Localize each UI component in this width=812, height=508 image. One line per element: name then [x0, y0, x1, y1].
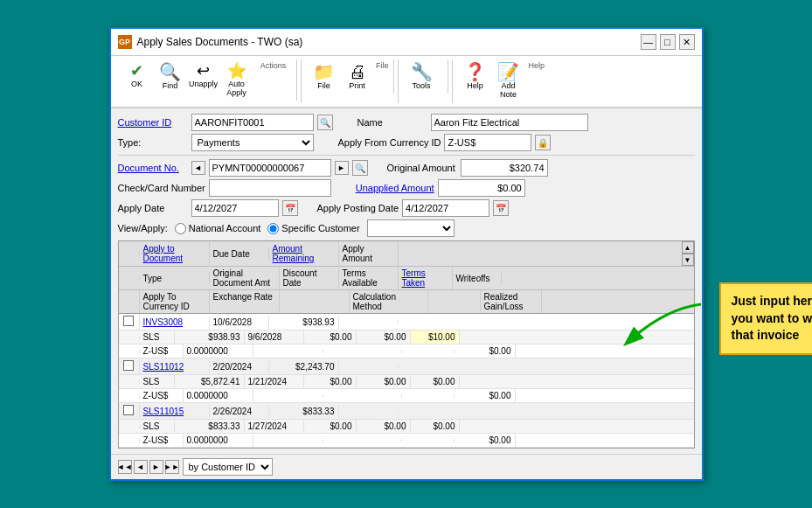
grid-cell-terms-avail-3: $0.00 [304, 420, 357, 433]
ok-button[interactable]: ✔ OK [121, 59, 153, 92]
grid-header2-terms-taken[interactable]: Terms Taken [399, 267, 453, 289]
apply-posting-date-input[interactable] [402, 199, 489, 217]
tools-button[interactable]: 🔧 Tools [406, 59, 437, 94]
apply-date-label: Apply Date [118, 203, 188, 213]
check-card-row: Check/Card Number Unapplied Amount [118, 179, 695, 197]
grid-cell-apply-amount-3[interactable] [339, 409, 399, 413]
grid-cell-apply-doc-1[interactable]: INVS3008 [140, 316, 210, 329]
apply-from-currency-input[interactable] [444, 134, 531, 151]
add-note-button[interactable]: 📝 AddNote [493, 59, 524, 102]
nav-first-button[interactable]: ◄◄ [118, 460, 132, 474]
grid-cell-check-1[interactable] [119, 314, 140, 330]
grid-cell-realized-1: $0.00 [455, 344, 516, 358]
apply-date-input[interactable] [191, 199, 279, 217]
toolbar-tools-group: 🔧 Tools [402, 59, 448, 94]
grid-cell-writeoffs-3[interactable]: $0.00 [411, 420, 460, 433]
document-no-label[interactable]: Document No. [118, 163, 188, 173]
type-select[interactable]: Payments [191, 134, 314, 151]
national-account-radio[interactable] [175, 223, 186, 234]
apply-posting-date-label: Apply Posting Date [317, 203, 399, 213]
tools-label: Tools [413, 81, 431, 90]
grid-cell-type-1: SLS [140, 331, 175, 344]
actions-group-label: Actions [254, 59, 293, 70]
grid-header2-disc-date: Discount Date [280, 267, 339, 289]
grid-header2-terms-avail: Terms Available [339, 267, 399, 289]
print-button[interactable]: 🖨 Print [342, 59, 373, 94]
grid-scroll-up-button[interactable]: ▲ [682, 241, 694, 254]
document-no-search-button[interactable]: 🔍 [352, 160, 368, 176]
customer-id-label[interactable]: Customer ID [118, 117, 188, 128]
row2-checkbox[interactable] [123, 360, 134, 371]
table-row: INVS3008 10/6/2028 $938.93 [119, 314, 694, 331]
national-account-radio-label[interactable]: National Account [175, 223, 261, 234]
grid-cell-apply-amount-2[interactable] [339, 365, 399, 368]
grid-cell-apply-doc-3[interactable]: SLS11015 [140, 405, 210, 418]
currency-lock-button[interactable]: 🔒 [535, 135, 551, 150]
grid-header-apply-to-doc[interactable]: Apply to Document [140, 242, 210, 265]
grid-header-due-date: Due Date [210, 247, 269, 261]
grid-cell-writeoffs-1[interactable]: $10.00 [411, 331, 460, 344]
nav-next-button[interactable]: ► [149, 460, 163, 474]
table-row: SLS $833.33 1/27/2024 $0.00 $0.00 $0.00 [119, 420, 694, 434]
grid-cell-apply-doc-2[interactable]: SLS11012 [140, 360, 210, 373]
customer-id-search-button[interactable]: 🔍 [317, 115, 333, 130]
grid-header2-orig-doc-amt: Original Document Amt [210, 267, 280, 289]
grid-cell-amount-rem-1: $938.93 [269, 316, 339, 329]
grid-cell-blank-calc-1 [253, 350, 323, 353]
grid-cell-disc-date-1: 9/6/2028 [245, 331, 304, 344]
unapply-button[interactable]: ↩ Unapply [188, 59, 219, 92]
nav-prev-button[interactable]: ◄ [134, 460, 148, 474]
sort-by-select[interactable]: by Customer ID [183, 458, 273, 476]
grid-cell-blank-calc-3 [253, 439, 323, 442]
unapplied-amount-label[interactable]: Unapplied Amount [356, 183, 434, 193]
grid-cell-check-2[interactable] [119, 358, 140, 374]
grid-cell-blank-3c [402, 439, 455, 442]
grid-header-amount-remaining[interactable]: Amount Remaining [269, 242, 339, 265]
grid-cell-due-date-1: 10/6/2028 [210, 316, 269, 329]
record-navigation: ◄◄ ◄ ► ►► [118, 460, 179, 474]
row3-checkbox[interactable] [123, 405, 134, 415]
file-button[interactable]: 📁 File [309, 59, 340, 94]
grid-cell-currency-3: Z-US$ [140, 434, 184, 447]
grid-cell-realized-3: $0.00 [455, 434, 516, 447]
help-button[interactable]: ❓ Help [460, 59, 491, 94]
tooltip-text: Just input here what you want to write o… [732, 294, 813, 342]
grid-header2-type: Type [140, 272, 210, 285]
apply-posting-calendar-button[interactable]: 📅 [493, 200, 509, 216]
check-card-input[interactable] [209, 179, 331, 197]
title-bar: GP Apply Sales Documents - TWO (sa) — □ … [111, 29, 702, 56]
grid-cell-check-3[interactable] [119, 403, 140, 419]
nav-last-button[interactable]: ►► [165, 460, 179, 474]
find-button[interactable]: 🔍 Find [155, 59, 186, 94]
grid-cell-apply-amount-1[interactable] [339, 320, 399, 324]
name-input[interactable] [431, 114, 588, 131]
document-no-input[interactable] [209, 159, 331, 177]
maximize-button[interactable]: □ [660, 34, 676, 50]
apply-date-calendar-button[interactable]: 📅 [282, 200, 298, 216]
file-icon: 📁 [313, 63, 335, 80]
close-button[interactable]: ✕ [679, 34, 695, 50]
original-amount-input[interactable] [461, 159, 548, 177]
unapplied-amount-input[interactable] [438, 179, 525, 197]
minimize-button[interactable]: — [641, 34, 656, 50]
customer-id-input[interactable] [191, 114, 314, 131]
file-label: File [317, 81, 330, 90]
grid-cell-currency-1: Z-US$ [140, 344, 184, 358]
auto-apply-button[interactable]: ⭐ AutoApply [221, 59, 253, 101]
ok-icon: ✔ [130, 63, 143, 79]
help-label: Help [467, 81, 483, 90]
view-apply-row: View/Apply: National Account Specific Cu… [118, 219, 695, 237]
row1-checkbox[interactable] [123, 316, 134, 326]
view-apply-select[interactable] [367, 219, 455, 237]
specific-customer-radio-label[interactable]: Specific Customer [267, 223, 359, 234]
find-label: Find [163, 81, 178, 90]
grid-cell-writeoffs-2[interactable]: $0.00 [411, 375, 460, 388]
grid-scroll-down-button[interactable]: ▼ [682, 254, 694, 266]
doc-nav-prev-button[interactable]: ◄ [191, 161, 205, 175]
grid-cell-exch-rate-3: 0.0000000 [184, 434, 253, 447]
specific-customer-radio[interactable] [267, 223, 279, 234]
grid-header3-exch-rate: Exchange Rate [210, 290, 280, 313]
table-row: SLS11015 2/26/2024 $833.33 [119, 403, 694, 420]
grid-header3-blank3 [428, 290, 481, 313]
doc-nav-next-button[interactable]: ► [335, 161, 349, 175]
